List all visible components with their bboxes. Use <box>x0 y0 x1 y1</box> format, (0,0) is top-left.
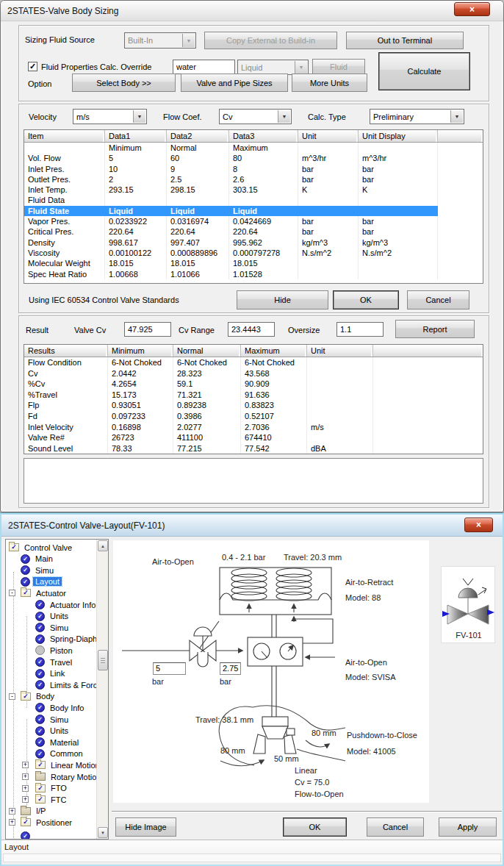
velocity-combo[interactable]: m/s ▼ <box>73 109 147 124</box>
fluid-table-row[interactable]: Inlet Temp.293.15298.15303.15KK <box>24 185 483 195</box>
calc-type-combo[interactable]: Preliminary ▼ <box>370 109 464 124</box>
folder-icon[interactable] <box>21 807 31 815</box>
results-table-row[interactable]: Valve Re#26723411100674410 <box>24 432 483 443</box>
checked-folder-icon[interactable]: ✓ <box>35 795 46 804</box>
check-badge-icon[interactable]: ✓ <box>35 726 45 736</box>
tree-item-main[interactable]: ✓Main <box>21 554 55 565</box>
tree-item-spring-diaph-[interactable]: ✓Spring-Diaph. <box>35 634 101 645</box>
valve-cv-input[interactable]: 47.925 <box>124 322 171 337</box>
more-units-button[interactable]: More Units <box>292 74 367 92</box>
fluid-table-row[interactable]: Spec Heat Ratio1.006681.010661.01528 <box>24 269 483 279</box>
fluid-table-row[interactable]: Outlet Pres.22.52.6barbar <box>24 174 483 185</box>
check-badge-icon[interactable]: ✓ <box>35 669 45 679</box>
ok-button[interactable]: OK <box>283 817 347 837</box>
results-table-column-header[interactable]: Normal <box>173 345 241 357</box>
titlebar[interactable]: 2STATES-Control Valve-Layout(FV-101) × <box>1 515 503 537</box>
results-table-column-header[interactable]: Results <box>24 345 108 357</box>
results-table-row[interactable]: Sound Level78.3377.21577.542dBA <box>24 443 483 454</box>
tree-item-partial[interactable]: ✓ <box>21 831 30 840</box>
apply-button[interactable]: Apply <box>439 817 497 837</box>
checked-folder-icon[interactable]: ✓ <box>35 761 46 769</box>
fluid-table-row[interactable]: Inlet Pres.1098barbar <box>24 164 483 174</box>
checked-folder-icon[interactable]: ✓ <box>35 784 46 792</box>
fluid-table-row[interactable]: Vol. Flow56080m^3/hrm^3/hr <box>24 153 483 163</box>
check-badge-icon[interactable]: ✓ <box>35 623 45 632</box>
tree-item-simu[interactable]: ✓Simu <box>35 714 71 725</box>
collapse-icon[interactable]: - <box>9 693 15 700</box>
cv-range-input[interactable]: 23.4443 <box>228 322 275 337</box>
check-badge-icon[interactable]: ✓ <box>35 737 45 747</box>
fluid-table-column-header[interactable]: Data2 <box>167 130 229 142</box>
fluid-table-row[interactable]: Fluid StateLiquidLiquidLiquid <box>24 206 483 216</box>
check-badge-icon[interactable]: ✓ <box>35 657 45 667</box>
expand-icon[interactable]: + <box>22 762 29 768</box>
results-table-row[interactable]: %Cv4.265459.190.909 <box>24 379 483 390</box>
tree-item-fto[interactable]: ✓FTO <box>35 783 69 794</box>
fluid-table-row[interactable]: Molecular Weight18.01518.01518.015 <box>24 258 483 268</box>
valve-pipe-sizes-button[interactable]: Valve and Pipe Sizes <box>181 74 288 92</box>
cancel-button[interactable]: Cancel <box>367 817 424 837</box>
chevron-down-icon[interactable]: ▼ <box>450 110 463 123</box>
tree-scrollbar[interactable]: ▲ ▼ <box>96 540 108 839</box>
check-badge-icon[interactable]: ✓ <box>35 680 45 690</box>
out-to-terminal-button[interactable]: Out to Terminal <box>346 32 464 49</box>
tree-item-actuator-info[interactable]: ✓Actuator Info <box>35 599 98 610</box>
fluid-button[interactable]: Fluid <box>312 59 365 75</box>
oversize-input[interactable]: 1.1 <box>336 322 384 337</box>
expand-icon[interactable]: + <box>22 785 29 792</box>
check-badge-icon[interactable]: ✓ <box>21 577 30 587</box>
chevron-down-icon[interactable]: ▼ <box>133 110 145 123</box>
check-badge-icon[interactable]: ✓ <box>21 565 30 575</box>
results-table-row[interactable]: %Travel15.17371.32191.636 <box>24 390 483 401</box>
scroll-down-icon[interactable]: ▼ <box>98 827 108 838</box>
tree-item-limits-force[interactable]: ✓Limits & Force <box>35 679 104 690</box>
tree-item-control-valve[interactable]: ✓Control Valve <box>9 542 74 553</box>
chevron-down-icon[interactable]: ▼ <box>182 34 195 47</box>
check-badge-icon[interactable]: ✓ <box>35 612 45 621</box>
tree-item-rotary-motion[interactable]: Rotary Motion <box>35 771 103 782</box>
report-button[interactable]: Report <box>395 320 475 338</box>
fluid-name-input[interactable]: water <box>173 60 235 74</box>
tree-item-link[interactable]: ✓Link <box>35 668 67 679</box>
check-badge-icon[interactable]: ✓ <box>35 749 45 759</box>
close-button[interactable]: × <box>464 518 493 532</box>
tree-item-units[interactable]: ✓Units <box>35 726 71 737</box>
tree-item-units[interactable]: ✓Units <box>35 611 71 622</box>
results-table-column-header[interactable]: Maximum <box>241 345 307 357</box>
inlet-pressure-field[interactable]: 5 <box>153 662 186 675</box>
tree-item-simu[interactable]: ✓Simu <box>35 622 71 633</box>
checked-folder-icon[interactable]: ✓ <box>21 818 31 826</box>
fluid-table-column-header[interactable]: Item <box>24 130 105 142</box>
fluid-table-column-header[interactable]: Data1 <box>105 130 167 142</box>
check-badge-icon[interactable]: ✓ <box>21 554 30 564</box>
tree-item-simu[interactable]: ✓Simu <box>21 565 56 576</box>
ok-button[interactable]: OK <box>333 290 399 309</box>
fluid-table-row[interactable]: MinimumNormalMaximum <box>24 143 483 153</box>
check-badge-icon[interactable]: ✓ <box>35 600 45 609</box>
tree-item-positioner[interactable]: ✓Positioner <box>21 817 74 828</box>
fluid-table-row[interactable]: Critical Pres.220.64220.64220.64barbar <box>24 226 483 237</box>
expand-icon[interactable]: + <box>22 796 29 803</box>
tree-item-layout[interactable]: ✓Layout <box>21 576 62 587</box>
scroll-up-icon[interactable]: ▲ <box>98 540 108 551</box>
piston-circle-icon[interactable] <box>35 645 45 655</box>
fluid-table-column-header[interactable]: Data3 <box>229 130 298 142</box>
chevron-down-icon[interactable]: ▼ <box>295 61 307 74</box>
fluid-table-row[interactable]: Fluid Data <box>24 195 483 205</box>
folder-icon[interactable] <box>35 773 46 781</box>
tree-item-material[interactable]: ✓Material <box>35 737 81 748</box>
check-badge-icon[interactable]: ✓ <box>35 715 45 724</box>
tree-item-body[interactable]: ✓Body <box>21 691 57 702</box>
tree-item-i-p[interactable]: I/P <box>21 806 48 817</box>
expand-icon[interactable]: + <box>9 819 15 826</box>
flow-coef-combo[interactable]: Cv ▼ <box>219 109 292 124</box>
chevron-down-icon[interactable]: ▼ <box>278 110 290 123</box>
check-badge-icon[interactable]: ✓ <box>35 703 45 712</box>
cancel-button[interactable]: Cancel <box>407 290 469 309</box>
fluid-table-row[interactable]: Vapor Pres.0.02339220.03169740.0424669ba… <box>24 216 483 226</box>
phase-combo[interactable]: Liquid ▼ <box>237 60 309 75</box>
scrollbar-thumb[interactable] <box>98 650 108 670</box>
results-table-row[interactable]: Flow Condition6-Not Choked6-Not Choked6-… <box>24 357 483 368</box>
collapse-icon[interactable]: - <box>9 590 15 596</box>
check-badge-icon[interactable]: ✓ <box>35 634 45 644</box>
